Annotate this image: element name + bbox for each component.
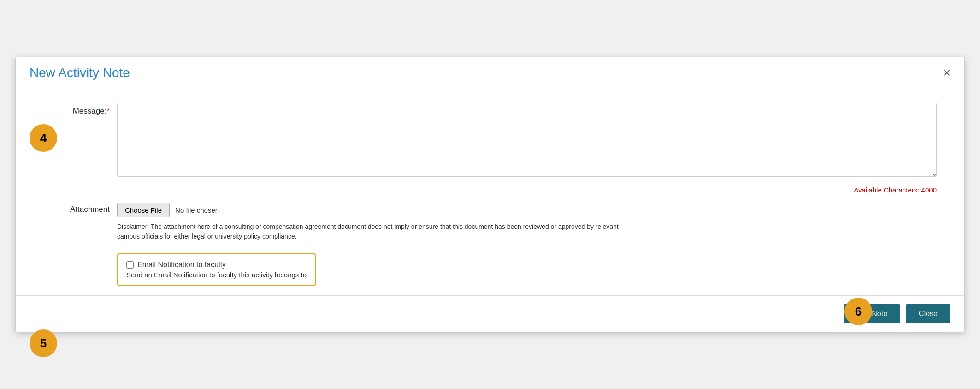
disclaimer-text: Disclaimer: The attachment here of a con… [117,222,624,241]
message-form-row: Message:* [43,103,937,179]
modal-close-button[interactable]: × [943,66,950,79]
message-textarea[interactable] [117,103,937,177]
email-notification-checkbox[interactable] [126,261,134,269]
char-count: Available Characters: 4000 [854,186,937,194]
char-count-row: Available Characters: 4000 [43,186,937,194]
attachment-label: Attachment [43,203,117,214]
modal-header: New Activity Note × [16,57,964,89]
close-button[interactable]: Close [906,304,950,323]
modal-title: New Activity Note [30,66,130,80]
attachment-row: Attachment Choose File No file chosen Di… [43,203,937,241]
new-activity-note-modal: 4 5 6 New Activity Note × Message:* Avai… [15,57,965,332]
no-file-text: No file chosen [175,206,219,214]
attachment-content: Choose File No file chosen Disclaimer: T… [117,203,937,241]
email-notification-box: Email Notification to faculty Send an Em… [117,253,316,286]
email-notification-label: Email Notification to faculty [137,261,226,269]
file-input-row: Choose File No file chosen [117,203,937,217]
badge-4: 4 [30,124,57,152]
modal-body: Message:* Available Characters: 4000 Att… [16,89,964,295]
required-star: * [106,107,110,115]
message-label: Message:* [43,103,117,116]
modal-footer: Add Note Close [16,295,964,332]
choose-file-button[interactable]: Choose File [117,203,170,217]
badge-5: 5 [30,329,57,357]
email-notification-desc: Send an Email Notification to faculty th… [126,271,307,279]
badge-6: 6 [844,298,872,325]
message-field [117,103,937,179]
email-notification-row: Email Notification to faculty [126,261,307,269]
